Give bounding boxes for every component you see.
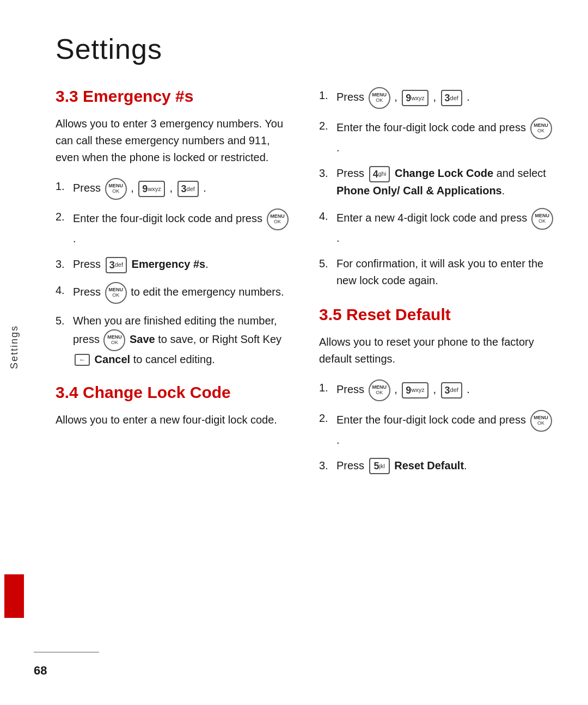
menu-ok-key: MENU OK [103,329,125,351]
step-33-1: 1. Press MENU OK , 9wxyz , 3def . [56,178,292,200]
step-content: Enter the four-digit lock code and press… [73,209,292,247]
step-34-1: 1. Press MENU OK , 9wxyz , 3def . [319,87,555,109]
step-num: 5. [56,312,73,329]
right-soft-key-icon: ← [75,354,90,366]
key-9wxyz: 9wxyz [138,181,164,197]
step-num: 4. [56,282,73,299]
key-3def-r: 3def [441,90,462,106]
step-content: Press 4ghi Change Lock Code and select P… [336,165,555,199]
section-35-description: Allows you to reset your phone to the fa… [319,334,555,367]
sidebar-bar [4,574,24,618]
step-content: Enter a new 4-digit lock code and press … [336,208,555,247]
main-content: Settings 3.3 Emergency #s Allows you to … [28,0,588,705]
menu-ok-key: MENU OK [267,209,289,230]
step-content: Press MENU OK , 9wxyz , 3def . [336,87,555,109]
step-35-2: 2. Enter the four-digit lock code and pr… [319,410,555,449]
step-num: 3. [56,256,73,273]
section-33-description: Allows you to enter 3 emergency numbers.… [56,115,292,166]
step-34-5: 5. For confirmation, it will ask you to … [319,255,555,289]
section-35-heading: 3.5 Reset Default [319,305,555,324]
menu-ok-key: MENU OK [105,178,127,200]
key-3def: 3def [177,181,199,197]
step-num: 4. [319,208,336,225]
left-column: 3.3 Emergency #s Allows you to enter 3 e… [56,87,292,672]
step-33-3: 3. Press 3def Emergency #s. [56,256,292,273]
section-34-description: Allows you to enter a new four-digit loc… [56,412,292,428]
step-content: Press MENU OK , 9wxyz , 3def . [73,178,292,200]
menu-ok-key: MENU OK [531,208,553,230]
menu-ok-key: MENU OK [369,379,390,401]
key-3def-35: 3def [441,382,462,399]
sidebar: Settings [0,0,28,705]
step-35-1: 1. Press MENU OK , 9wxyz , 3def . [319,379,555,401]
step-33-5: 5. When you are finished editing the num… [56,312,292,368]
step-num: 3. [319,457,336,474]
step-num: 1. [319,379,336,396]
step-num: 2. [319,118,336,134]
step-34-3: 3. Press 4ghi Change Lock Code and selec… [319,165,555,199]
page-title: Settings [56,33,555,65]
key-9wxyz-35: 9wxyz [402,382,428,399]
page-number: 68 [34,664,99,678]
key-3def-b: 3def [106,257,127,273]
step-33-4: 4. Press MENU OK to edit the emergency n… [56,282,292,304]
step-content: Enter the four-digit lock code and press… [336,410,555,449]
step-content: Press 5jkl Reset Default. [336,457,555,475]
step-content: Press 3def Emergency #s. [73,256,292,273]
step-33-2: 2. Enter the four-digit lock code and pr… [56,209,292,247]
step-content: Press MENU OK , 9wxyz , 3def . [336,379,555,401]
section-34-heading: 3.4 Change Lock Code [56,383,292,402]
right-column: 1. Press MENU OK , 9wxyz , 3def . [319,87,555,672]
step-num: 2. [319,410,336,427]
step-num: 1. [319,87,336,104]
step-34-4: 4. Enter a new 4-digit lock code and pre… [319,208,555,247]
menu-ok-key: MENU OK [530,410,552,432]
step-content: When you are finished editing the number… [73,312,292,368]
step-34-2: 2. Enter the four-digit lock code and pr… [319,118,555,156]
key-9wxyz-r: 9wxyz [402,90,428,106]
sidebar-label: Settings [9,325,20,369]
page-divider [34,652,99,653]
key-5jkl: 5jkl [369,458,390,474]
step-num: 1. [56,178,73,195]
step-content: Press MENU OK to edit the emergency numb… [73,282,292,304]
key-4ghi: 4ghi [369,166,390,182]
section-33-heading: 3.3 Emergency #s [56,87,292,106]
step-num: 2. [56,209,73,225]
step-num: 5. [319,255,336,272]
menu-ok-key: MENU OK [530,118,552,139]
menu-ok-key: MENU OK [369,87,390,109]
step-35-3: 3. Press 5jkl Reset Default. [319,457,555,475]
step-num: 3. [319,165,336,182]
two-column-layout: 3.3 Emergency #s Allows you to enter 3 e… [56,87,555,672]
page-container: Settings Settings 3.3 Emergency #s Allow… [0,0,588,705]
step-content: For confirmation, it will ask you to ent… [336,255,555,289]
step-content: Enter the four-digit lock code and press… [336,118,555,156]
menu-ok-key: MENU OK [105,282,127,304]
